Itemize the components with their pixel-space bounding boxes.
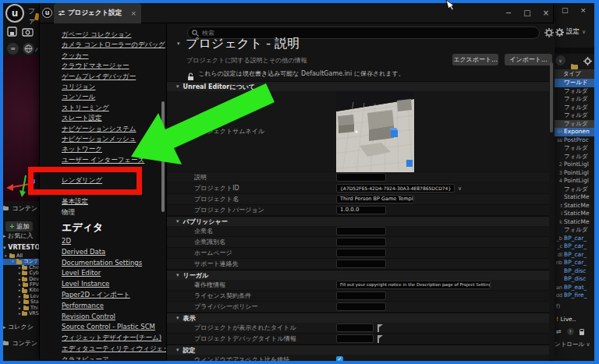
text-field[interactable] xyxy=(336,302,386,311)
section-header-1[interactable]: ▾パブリッシャー xyxy=(167,216,549,226)
bg-close-button[interactable]: × xyxy=(580,5,587,15)
nav-item-engine-11[interactable]: ネットワーク xyxy=(40,144,166,154)
outliner-row-9[interactable]: フォルダ xyxy=(554,153,595,161)
perspective-globe-icon[interactable] xyxy=(23,43,34,55)
outliner-type-column-header[interactable]: タイプ xyxy=(554,69,595,79)
nav-item-engine-8[interactable]: スレート設定 xyxy=(40,113,166,123)
nav-item-engine-10[interactable]: ナビゲーションメッシュ xyxy=(40,134,166,144)
favorites-section[interactable]: ▸ お気に入 xyxy=(3,231,39,242)
outliner-row-11[interactable]: 3PointLigl xyxy=(554,169,595,178)
outliner-row-15[interactable]: tStaticMe xyxy=(554,202,595,210)
nav-item-engine-1[interactable]: カメラ コントローラーのデバッグ xyxy=(40,40,166,50)
bg-maximize-button[interactable]: □ xyxy=(562,5,569,15)
nav-item-editor-11[interactable]: クラスビューア xyxy=(40,355,166,360)
outliner-row-7[interactable]: ssPostProc xyxy=(554,136,595,145)
window-titlebar[interactable]: u プロジェクト設定 × − □ × xyxy=(40,3,553,23)
outliner-row-21[interactable]: dlBP_car_ xyxy=(554,251,595,260)
nav-item-editor-0[interactable]: 2D xyxy=(40,236,166,247)
nav-item-editor-6[interactable]: Performance xyxy=(40,301,166,312)
revision-control-button[interactable]: ントロール ∨ xyxy=(555,341,590,348)
outliner-row-25[interactable]: anBP_eat_ xyxy=(554,284,595,292)
tree-item-Thi[interactable]: ▸Thi xyxy=(3,306,39,311)
outliner-row-17[interactable]: kStaticMe xyxy=(554,218,595,227)
collections-section[interactable]: ▸ コレクシ xyxy=(3,322,39,333)
hamburger-menu-icon[interactable]: ≡ xyxy=(7,43,19,55)
settings-gear-icon[interactable] xyxy=(544,28,554,37)
text-field[interactable] xyxy=(336,323,374,332)
content-browser-tab[interactable]: コンテン xyxy=(3,203,39,214)
help-icon[interactable]: ? xyxy=(567,328,574,335)
tree-item-Sta[interactable]: ▸Sta xyxy=(3,299,39,305)
outliner-row-26[interactable]: ddBP_fire_ xyxy=(554,292,595,300)
tab-close-icon[interactable]: × xyxy=(130,9,136,17)
outliner-row-22[interactable]: nbBP_car_ xyxy=(554,259,595,267)
nav-item-editor-9[interactable]: ウィジェットデザイナー(チーム) xyxy=(40,333,166,344)
outliner-row-5[interactable]: フォルダ xyxy=(554,120,595,129)
outliner-row-6[interactable]: lHExponen xyxy=(554,128,595,136)
text-field[interactable] xyxy=(336,227,386,235)
text-field[interactable] xyxy=(336,292,386,300)
nav-item-engine-6[interactable]: コンソール xyxy=(40,92,166,102)
nav-item-engine-14[interactable]: レンダリング xyxy=(40,175,166,186)
tree-item-VRS[interactable]: ▸VRS xyxy=(3,311,39,316)
text-field[interactable]: Fill out your copyright notice in the De… xyxy=(336,281,491,289)
section-header-2[interactable]: ▾リーガル xyxy=(167,270,549,280)
live-coding-status[interactable]: ! Live.. xyxy=(556,316,576,323)
nav-item-engine-16[interactable]: 基本設定 xyxy=(40,196,166,207)
project-thumbnail-image[interactable] xyxy=(336,91,414,172)
close-button[interactable]: × xyxy=(539,6,553,20)
add-button[interactable]: + 追加 xyxy=(5,217,33,231)
camera-icon[interactable] xyxy=(22,27,34,37)
main-scrollbar[interactable] xyxy=(550,62,553,133)
outliner-row-2[interactable]: フォルダ xyxy=(554,95,595,104)
nav-item-engine-7[interactable]: ストリーミング xyxy=(40,103,166,113)
localization-flag-icon[interactable] xyxy=(377,335,383,343)
nav-item-editor-10[interactable]: エディタユーティリティウィジェット (チーム) xyxy=(40,344,166,355)
nav-item-engine-4[interactable]: ゲームプレイデバッガー xyxy=(40,72,166,82)
outliner-row-14[interactable]: StaticMe xyxy=(554,193,595,202)
text-field[interactable] xyxy=(336,249,386,257)
nav-item-engine-17[interactable]: 物理 xyxy=(40,207,166,217)
tree-item-FPV[interactable]: ▸FPV xyxy=(3,282,39,288)
project-settings-tab[interactable]: プロジェクト設定 × xyxy=(54,3,141,23)
outliner-settings-gear-icon[interactable] xyxy=(583,57,592,65)
viewport-settings-dropdown[interactable]: 設定 ∨ xyxy=(555,27,586,37)
outliner-row-3[interactable]: フォルダ xyxy=(554,104,595,112)
nav-item-editor-5[interactable]: Paper2D - インポート xyxy=(40,290,166,301)
save-icon[interactable] xyxy=(7,27,17,37)
outliner-row-19[interactable]: _bBP_car_ xyxy=(554,235,595,243)
section-header-4[interactable]: ▾設定 xyxy=(167,345,549,355)
nav-item-engine-12[interactable]: ユーザー インターフェース xyxy=(40,155,166,165)
tree-item-All[interactable]: ▾All xyxy=(3,253,39,259)
text-field[interactable]: {A7D52F65-42D4-7924-30A3-4E87865DCD74} xyxy=(336,184,455,193)
outliner-row-0[interactable]: ワールド xyxy=(554,79,595,87)
localization-flag-icon[interactable] xyxy=(377,324,383,332)
export-button[interactable]: エクスポート... xyxy=(452,54,498,65)
outliner-row-8[interactable]: フォルダ xyxy=(554,144,595,153)
nav-scrollbar[interactable] xyxy=(161,101,165,212)
text-field[interactable] xyxy=(336,173,386,182)
tree-item-Che[interactable]: ▸Che xyxy=(3,265,39,270)
tree-item-コンテ[interactable]: ▾コンテ xyxy=(3,259,39,264)
nav-item-editor-3[interactable]: Level Editor xyxy=(40,268,166,279)
section-header-3[interactable]: ▾表示 xyxy=(167,313,549,323)
import-button[interactable]: インポート... xyxy=(505,54,552,65)
nav-item-engine-0[interactable]: ガベージ コレクション xyxy=(40,30,166,40)
section-header-0[interactable]: ▾Unreal Editorについて xyxy=(167,81,549,91)
content-drawer-button[interactable]: コンテン xyxy=(3,338,39,348)
minimize-button[interactable]: − xyxy=(502,6,516,20)
sync-icon[interactable]: ⇄ xyxy=(556,328,562,335)
nav-item-editor-8[interactable]: Source Control - Plastic SCM xyxy=(40,322,166,333)
outliner-row-10[interactable]: 2PointLigl xyxy=(554,161,595,169)
outliner-row-16[interactable]: lStaticMe xyxy=(554,210,595,218)
text-field[interactable] xyxy=(336,260,386,268)
nav-item-engine-9[interactable]: ナビゲーションシステム xyxy=(40,124,166,134)
outliner-row-1[interactable]: フォルダ xyxy=(554,87,595,96)
outliner-collapse-button[interactable]: ∨ xyxy=(555,55,565,65)
nav-item-editor-2[interactable]: Documentation Settings xyxy=(40,258,166,269)
text-field[interactable] xyxy=(336,238,386,246)
tree-item-Lev[interactable]: ▸Lev xyxy=(3,294,39,299)
nav-item-engine-5[interactable]: コリジョン xyxy=(40,82,166,92)
nav-item-editor-1[interactable]: Derived Data xyxy=(40,247,166,258)
outliner-row-18[interactable]: フォルダ xyxy=(554,226,595,235)
